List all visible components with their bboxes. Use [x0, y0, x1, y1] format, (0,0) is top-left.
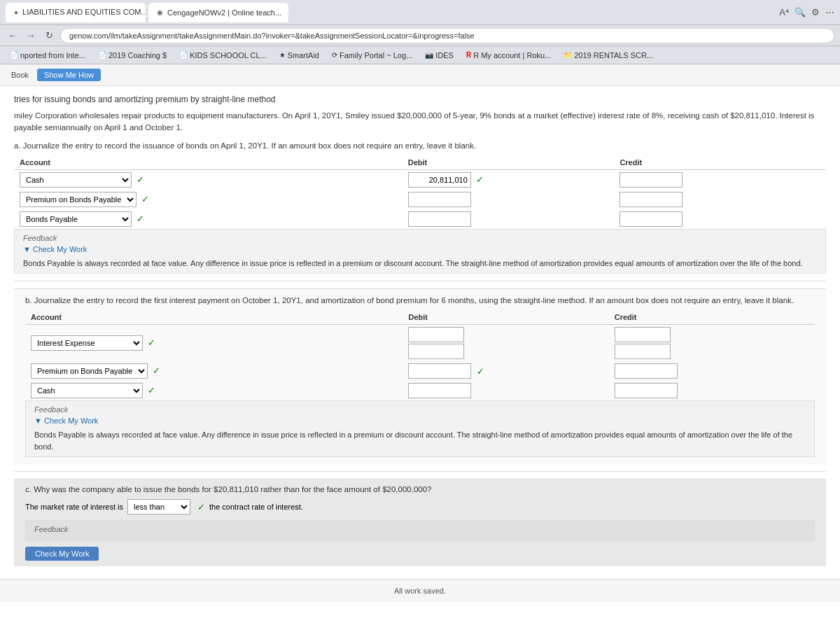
part-c-section: c. Why was the company able to issue the…	[14, 479, 826, 566]
col-debit: Debit	[402, 155, 615, 170]
debit-input-2[interactable]	[408, 192, 471, 207]
bookmark-label-family: Family Portal ~ Log...	[340, 51, 412, 59]
check-account-b2: ✓	[153, 365, 160, 376]
bookmark-icon-smartaid: ★	[279, 51, 286, 59]
check-account-b3: ✓	[148, 385, 155, 396]
settings-icon[interactable]: ⚙	[811, 7, 820, 18]
check-my-work-button-c[interactable]: Check My Work	[25, 547, 99, 561]
check-my-work-link-a[interactable]: ▼ Check My Work	[23, 245, 817, 253]
tab-favicon-1: ●	[14, 8, 18, 16]
refresh-button[interactable]: ↻	[42, 29, 56, 43]
debit-input-b2[interactable]	[408, 363, 471, 379]
bookmark-label-imported: nported from Inte...	[20, 51, 85, 59]
credit-input-b1b[interactable]	[615, 344, 671, 359]
check-account-3: ✓	[136, 214, 144, 224]
debit-input-3[interactable]	[408, 211, 471, 227]
credit-input-3[interactable]	[620, 211, 682, 227]
debit-input-b1[interactable]	[408, 327, 464, 342]
bookmark-coaching[interactable]: 📄 2019 Coaching $	[92, 50, 172, 61]
account-select-2[interactable]: Premium on Bonds Payable	[20, 192, 136, 207]
tab-cengage[interactable]: ◉ CengageNOWv2 | Online teach... ✕	[148, 3, 288, 22]
show-me-how-button[interactable]: Show Me How	[37, 69, 101, 81]
all-work-saved-footer: All work saved.	[0, 579, 840, 602]
bookmark-icon-coaching: 📄	[98, 51, 106, 59]
account-select-3[interactable]: Bonds Payable	[20, 211, 132, 227]
credit-cell-b2	[609, 361, 815, 381]
table-row: Premium on Bonds Payable ✓	[14, 190, 826, 209]
debit-input-b1b[interactable]	[408, 344, 464, 359]
answer-prefix: The market rate of interest is	[25, 503, 123, 511]
bookmark-roku[interactable]: R R My account | Roku...	[461, 50, 556, 61]
bookmark-ides[interactable]: 📷 IDES	[419, 50, 459, 61]
debit-cell-b2: ✓	[402, 361, 608, 381]
credit-cell-b3	[609, 381, 815, 400]
debit-cell-b3	[402, 381, 608, 400]
feedback-label-a: Feedback	[23, 234, 817, 242]
check-account-1: ✓	[136, 174, 144, 185]
debit-input-b3[interactable]	[408, 383, 471, 398]
bookmark-icon-imported: 📄	[10, 51, 18, 59]
feedback-label-b: Feedback	[34, 405, 806, 414]
credit-input-b3[interactable]	[615, 383, 678, 398]
credit-cell-b1	[609, 325, 815, 362]
col-credit: Credit	[614, 155, 826, 170]
bookmark-smartaid[interactable]: ★ SmartAid	[274, 50, 325, 61]
check-dropdown: ✓	[197, 502, 205, 512]
bookmark-label-smartaid: SmartAid	[288, 51, 319, 59]
bookmark-icon-family: ⟳	[332, 51, 337, 59]
divider-bc	[14, 471, 826, 472]
feedback-text-b: Bonds Payable is always recorded at face…	[34, 429, 806, 452]
feedback-section-c: Feedback	[25, 520, 815, 541]
bookmark-rentals[interactable]: 📁 2019 RENTALS SCR...	[558, 50, 659, 61]
market-rate-dropdown[interactable]: less than greater than equal to	[127, 499, 190, 514]
account-select-b3[interactable]: Cash	[31, 383, 143, 398]
feedback-section-b: Feedback ▼ Check My Work Bonds Payable i…	[25, 400, 815, 457]
part-b-instructions: b. Journalize the entry to record the fi…	[25, 296, 815, 304]
account-cell-3: Bonds Payable ✓	[14, 209, 402, 229]
answer-suffix: the contract rate of interest.	[209, 503, 303, 511]
problem-title: tries for issuing bonds and amortizing p…	[14, 94, 826, 104]
account-cell-b2: Premium on Bonds Payable ✓	[25, 361, 402, 381]
part-a-section: a. Journalize the entry to record the is…	[14, 141, 826, 274]
back-button[interactable]: ←	[6, 29, 20, 43]
account-select-b2[interactable]: Premium on Bonds Payable	[31, 363, 148, 379]
bookmark-imported[interactable]: 📄 nported from Inte...	[4, 50, 91, 61]
col-b-debit: Debit	[402, 310, 608, 325]
feedback-text-a: Bonds Payable is always recorded at face…	[23, 258, 817, 270]
bookmark-label-kids: KIDS SCHOOOL CL...	[190, 51, 267, 59]
credit-input-2[interactable]	[620, 192, 682, 207]
part-a-instructions: a. Journalize the entry to record the is…	[14, 141, 826, 150]
check-my-work-link-b[interactable]: ▼ Check My Work	[34, 416, 806, 425]
credit-input-b1[interactable]	[615, 327, 671, 342]
credit-cell-1	[614, 169, 826, 190]
more-icon[interactable]: ⋯	[825, 7, 834, 18]
search-icon[interactable]: 🔍	[794, 7, 806, 18]
col-b-account: Account	[25, 310, 402, 325]
browser-controls: A⁴ 🔍 ⚙ ⋯	[779, 7, 834, 18]
tab-liabilities[interactable]: ● LIABILITIES AND EQUITIES COM... ✕	[6, 3, 146, 22]
account-cell-b3: Cash ✓	[25, 381, 402, 400]
page-header: Book Show Me How	[0, 64, 840, 86]
bookmark-label-ides: IDES	[435, 51, 454, 59]
table-row: Cash ✓	[25, 381, 815, 400]
bookmark-icon-rentals: 📁	[564, 51, 572, 59]
table-row: Interest Expense ✓	[25, 325, 815, 362]
account-cell-b1: Interest Expense ✓	[25, 325, 402, 362]
content-area: Book Show Me How tries for issuing bonds…	[0, 64, 840, 630]
debit-input-1[interactable]	[408, 172, 471, 188]
credit-input-1[interactable]	[620, 172, 682, 188]
credit-input-b2[interactable]	[615, 363, 678, 379]
account-select-1[interactable]: Cash	[20, 172, 132, 188]
account-select-b1[interactable]: Interest Expense	[31, 335, 143, 351]
forward-button[interactable]: →	[24, 29, 38, 43]
back-to-book[interactable]: Book	[11, 71, 29, 79]
part-b-section: b. Journalize the entry to record the fi…	[14, 288, 826, 464]
address-input[interactable]	[60, 28, 834, 43]
part-b-table: Account Debit Credit Interest Expense ✓	[25, 310, 815, 400]
bookmark-kids[interactable]: 📄 KIDS SCHOOOL CL...	[174, 50, 272, 61]
bookmark-family-portal[interactable]: ⟳ Family Portal ~ Log...	[326, 50, 418, 61]
account-cell-2: Premium on Bonds Payable ✓	[14, 190, 402, 209]
debit-cell-3	[402, 209, 615, 229]
tab-favicon-2: ◉	[157, 8, 163, 16]
debit-cell-2	[402, 190, 615, 209]
